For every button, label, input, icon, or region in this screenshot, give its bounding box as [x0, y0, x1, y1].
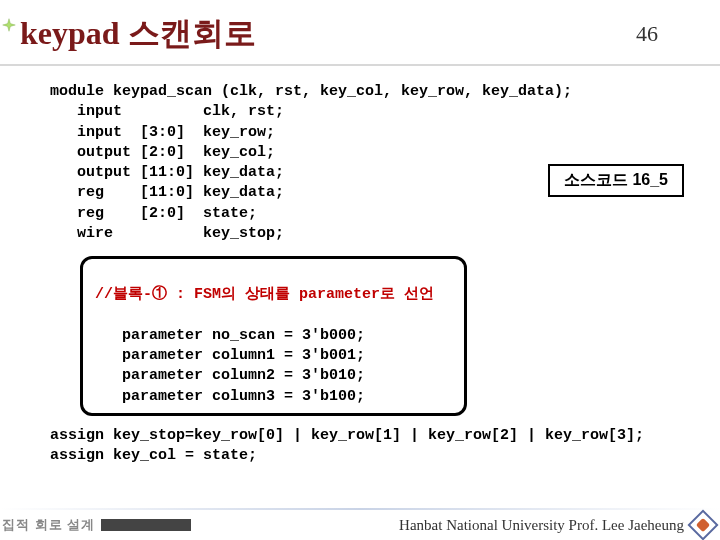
- slide-header: keypad 스캔회로 46: [0, 0, 720, 66]
- footer-bar: [101, 519, 191, 531]
- module-declaration: module keypad_scan (clk, rst, key_col, k…: [50, 82, 684, 102]
- svg-marker-0: [3, 19, 16, 32]
- university-logo-icon: [687, 509, 718, 540]
- footer-left-text: 집적 회로 설계: [0, 516, 95, 534]
- parameter-lines: parameter no_scan = 3'b000; parameter co…: [95, 327, 365, 405]
- footer-right-text: Hanbat National University Prof. Lee Jae…: [399, 514, 720, 536]
- parameter-block: //블록-① : FSM의 상태를 parameter로 선언 paramete…: [80, 256, 467, 416]
- assign-statements: assign key_stop=key_row[0] | key_row[1] …: [50, 426, 684, 467]
- block-comment: //블록-① : FSM의 상태를 parameter로 선언: [95, 286, 434, 303]
- bullet-icon: [2, 18, 16, 32]
- source-code-label: 소스코드 16_5: [548, 164, 684, 197]
- slide-footer: 집적 회로 설계 Hanbat National University Prof…: [0, 510, 720, 540]
- page-number: 46: [636, 21, 658, 47]
- slide-content: 소스코드 16_5 module keypad_scan (clk, rst, …: [50, 82, 684, 466]
- slide-title: keypad 스캔회로: [20, 12, 636, 56]
